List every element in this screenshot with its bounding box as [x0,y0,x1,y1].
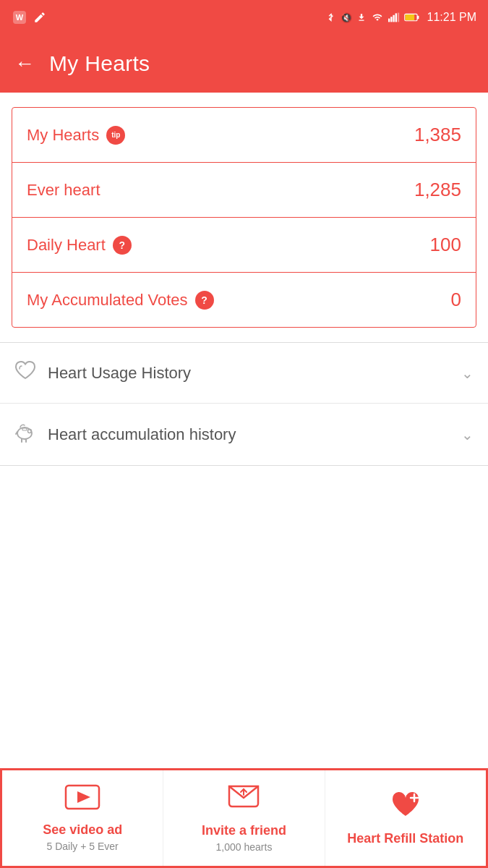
svg-rect-3 [390,17,392,22]
battery-icon [404,12,420,22]
bottom-action-bar: See video ad 5 Daily + 5 Ever Invite a f… [0,768,488,868]
download-icon [356,11,367,24]
page-title: My Hearts [49,51,150,76]
heart-refill-button[interactable]: Heart Refill Station [325,770,486,866]
ever-heart-value: 1,285 [414,179,461,201]
wifi-icon [371,12,384,22]
video-ad-icon [64,784,100,817]
status-bar-right: 🔇 11:21 PM [326,11,476,24]
svg-rect-2 [388,19,390,22]
bluetooth-icon [326,11,336,24]
svg-rect-15 [22,428,27,430]
my-hearts-label: My Hearts tip [27,126,125,145]
svg-marker-17 [77,791,90,803]
votes-help-badge[interactable]: ? [195,291,214,310]
svg-rect-5 [395,13,396,22]
heart-accumulation-label: Heart accumulation history [48,425,236,444]
heart-accumulation-history-item[interactable]: Heart accumulation history ⌄ [0,404,488,465]
see-video-ad-button[interactable]: See video ad 5 Daily + 5 Ever [2,770,163,866]
my-hearts-row: My Hearts tip 1,385 [12,108,476,163]
pencil-icon [33,11,46,24]
heart-refill-label: Heart Refill Station [347,831,463,846]
ever-heart-row: Ever heart 1,285 [12,163,476,218]
heart-usage-history-item[interactable]: Heart Usage History ⌄ [0,343,488,404]
svg-rect-9 [405,14,414,20]
history-item-left-1: Heart Usage History [14,360,191,386]
page-header: ← My Hearts [0,35,488,93]
svg-rect-4 [393,15,394,22]
svg-rect-8 [417,16,419,20]
status-bar: W 🔇 [0,0,488,35]
daily-heart-label: Daily Heart ? [27,236,132,255]
time-display: 11:21 PM [427,11,476,24]
stats-card: My Hearts tip 1,385 Ever heart 1,285 Dai… [12,107,476,328]
chevron-down-icon-1: ⌄ [461,365,474,382]
daily-heart-value: 100 [430,234,461,256]
piggy-bank-icon [14,421,36,448]
my-hearts-value: 1,385 [414,124,461,146]
status-bar-left: W [12,9,46,25]
see-video-ad-sub: 5 Daily + 5 Ever [47,841,119,852]
back-button[interactable]: ← [14,52,35,75]
svg-rect-6 [397,13,398,22]
invite-friend-label: Invite a friend [202,823,286,838]
heart-refill-icon [390,790,421,825]
see-video-ad-label: See video ad [43,822,122,838]
svg-text:W: W [16,13,24,22]
mute-icon: 🔇 [341,12,352,23]
svg-point-11 [28,430,32,433]
history-item-left-2: Heart accumulation history [14,421,236,448]
daily-heart-help-badge[interactable]: ? [113,236,132,255]
accumulated-votes-label: My Accumulated Votes ? [27,291,214,310]
accumulated-votes-row: My Accumulated Votes ? 0 [12,273,476,327]
daily-heart-row: Daily Heart ? 100 [12,218,476,273]
invite-friend-button[interactable]: Invite a friend 1,000 hearts [163,770,325,866]
history-section: Heart Usage History ⌄ Heart accumulation… [0,342,488,466]
heart-usage-icon [14,360,36,386]
ever-heart-label: Ever heart [27,181,100,200]
accumulated-votes-value: 0 [451,289,461,311]
invite-friend-sub: 1,000 hearts [216,841,273,853]
app-icon: W [12,9,27,25]
invite-icon [228,783,260,817]
tip-badge[interactable]: tip [106,126,125,145]
signal-icon [388,12,400,22]
heart-usage-label: Heart Usage History [48,364,191,383]
chevron-down-icon-2: ⌄ [461,426,474,443]
empty-space [0,466,488,668]
